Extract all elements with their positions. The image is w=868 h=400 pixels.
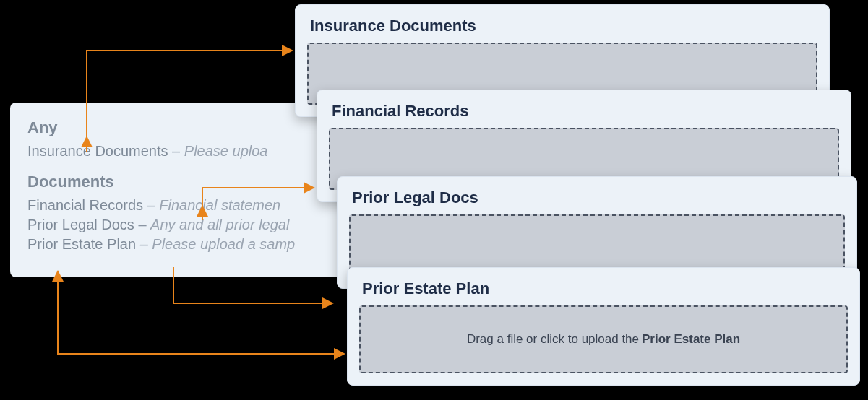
any-heading: Any <box>27 118 325 137</box>
card-title: Prior Estate Plan <box>348 268 859 305</box>
card-title: Prior Legal Docs <box>338 177 856 214</box>
source-item-estate: Prior Estate Plan – Please upload a samp <box>27 236 325 253</box>
source-item-label: Prior Legal Docs <box>27 217 134 232</box>
upload-card-estate: Prior Estate Plan Drag a file or click t… <box>347 267 860 386</box>
documents-heading: Documents <box>27 173 325 191</box>
dropzone-text-prefix: Drag a file or click to upload the <box>467 332 639 347</box>
source-item-label: Prior Estate Plan <box>27 236 136 252</box>
source-item-desc: Please uploa <box>184 143 268 159</box>
source-item-label: Insurance Documents <box>27 143 168 159</box>
source-item-desc: Please upload a samp <box>152 236 295 252</box>
source-item-label: Financial Records <box>27 197 143 213</box>
dropzone-estate[interactable]: Drag a file or click to upload the Prior… <box>359 305 848 373</box>
source-item-financial: Financial Records – Financial statemen <box>27 197 325 214</box>
source-item-insurance: Insurance Documents – Please uploa <box>27 143 325 160</box>
card-title: Financial Records <box>317 90 851 128</box>
source-item-legal: Prior Legal Docs – Any and all prior leg… <box>27 217 325 233</box>
source-panel: Any Insurance Documents – Please uploa D… <box>10 103 343 277</box>
source-item-desc: Any and all prior legal <box>150 217 289 232</box>
dropzone-text-target: Prior Estate Plan <box>642 332 740 347</box>
card-title: Insurance Documents <box>296 5 829 43</box>
source-item-desc: Financial statemen <box>159 197 280 213</box>
